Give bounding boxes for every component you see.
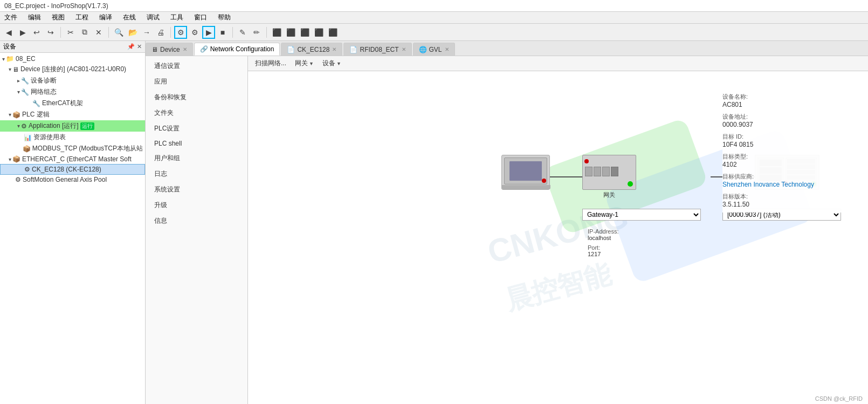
tree-toggle-ethercat[interactable]: ▾ bbox=[9, 156, 11, 162]
toolbar-btn-15[interactable]: ⚙ bbox=[188, 26, 201, 39]
tab-close-rfid-tab[interactable]: ✕ bbox=[402, 46, 406, 52]
tab-ck-ec128-tab[interactable]: 📄CK_EC128✕ bbox=[281, 43, 342, 56]
toolbar-btn-12[interactable]: 🖨 bbox=[154, 26, 167, 39]
panel-pin-btn[interactable]: 📌 bbox=[127, 43, 135, 50]
scan-network-btn[interactable]: 扫描网络... bbox=[252, 58, 289, 69]
network-toolbar: 扫描网络... 网关 ▼ 设备 ▼ bbox=[248, 56, 868, 71]
sidebar-item-comm[interactable]: 通信设置 bbox=[146, 58, 247, 74]
gateway-node[interactable]: 网关 bbox=[582, 155, 636, 199]
tab-label-network-tab: Network Configuration bbox=[210, 45, 274, 53]
vendor-value: Shenzhen Inovance Technology bbox=[722, 181, 863, 188]
tree-item-ethercat[interactable]: ▾📦ETHERCAT_C (EtherCAT Master Soft bbox=[0, 154, 145, 164]
menu-item-编译[interactable]: 编译 bbox=[97, 13, 114, 22]
toolbar-btn-22[interactable]: ⬛ bbox=[270, 26, 283, 39]
tree-label-plc: PLC 逻辑 bbox=[22, 110, 50, 119]
tree-toggle-root[interactable]: ▾ bbox=[2, 56, 5, 62]
tree-item-resources[interactable]: 📊资源使用表 bbox=[0, 132, 145, 143]
menu-item-在线[interactable]: 在线 bbox=[121, 13, 138, 22]
toolbar-btn-10[interactable]: 📂 bbox=[126, 26, 139, 39]
tree-item-device[interactable]: ▾🖥Device [连接的] (AC801-0221-U0R0) bbox=[0, 64, 145, 75]
target-type-value: 4102 bbox=[722, 161, 863, 168]
sidebar-item-sys-settings[interactable]: 系统设置 bbox=[146, 182, 247, 197]
gateway-body bbox=[582, 155, 636, 190]
ip-value: localhost bbox=[588, 235, 611, 241]
menu-item-工具[interactable]: 工具 bbox=[168, 13, 185, 22]
content-area: 通信设置应用备份和恢复文件夹PLC设置PLC shell用户和组日志系统设置升级… bbox=[146, 56, 868, 404]
tab-gvl-tab[interactable]: 🌐GVL✕ bbox=[413, 43, 455, 56]
toolbar-btn-24[interactable]: ⬛ bbox=[298, 26, 311, 39]
sidebar-item-plc-shell[interactable]: PLC shell bbox=[146, 136, 247, 150]
tab-label-ck-ec128-tab: CK_EC128 bbox=[297, 46, 329, 53]
sidebar-item-info[interactable]: 信息 bbox=[146, 213, 247, 229]
menu-item-编辑[interactable]: 编辑 bbox=[26, 13, 43, 22]
tree-item-root[interactable]: ▾📁08_EC bbox=[0, 54, 145, 64]
tab-device-tab[interactable]: 🖥Device✕ bbox=[146, 43, 193, 56]
toolbar-btn-9[interactable]: 🔍 bbox=[112, 26, 125, 39]
tab-close-ck-ec128-tab[interactable]: ✕ bbox=[332, 46, 336, 52]
menu-item-视图[interactable]: 视图 bbox=[50, 13, 67, 22]
port-label-row: Port: bbox=[588, 244, 618, 251]
tree-toggle-plc[interactable]: ▾ bbox=[9, 112, 11, 118]
sidebar-item-folder[interactable]: 文件夹 bbox=[146, 105, 247, 121]
tab-network-tab[interactable]: 🔗Network Configuration bbox=[194, 43, 280, 56]
toolbar-btn-25[interactable]: ⬛ bbox=[312, 26, 325, 39]
gateway-dropdown-btn[interactable]: 网关 ▼ bbox=[292, 58, 316, 69]
device-dropdown-btn[interactable]: 设备 ▼ bbox=[320, 58, 344, 69]
sidebar-item-log[interactable]: 日志 bbox=[146, 166, 247, 182]
tree-item-app[interactable]: ▾⚙Application [运行]运行 bbox=[0, 120, 145, 132]
toolbar-btn-20[interactable]: ✏ bbox=[250, 26, 263, 39]
toolbar-btn-0[interactable]: ◀ bbox=[2, 26, 15, 39]
tree-item-ck-ec128[interactable]: ⚙CK_EC128 (CK-EC128) bbox=[0, 164, 145, 175]
toolbar-btn-26[interactable]: ⬛ bbox=[326, 26, 339, 39]
tab-rfid-tab[interactable]: 📄RFID08_ECT✕ bbox=[343, 43, 411, 56]
toolbar-btn-2[interactable]: ↩ bbox=[30, 26, 43, 39]
tab-close-gvl-tab[interactable]: ✕ bbox=[445, 46, 449, 52]
gateway-indicator-green bbox=[628, 181, 633, 187]
sidebar-item-users[interactable]: 用户和组 bbox=[146, 150, 247, 166]
sidebar-item-app-menu[interactable]: 应用 bbox=[146, 74, 247, 90]
menu-item-窗口[interactable]: 窗口 bbox=[192, 13, 209, 22]
computer-node[interactable] bbox=[501, 155, 550, 190]
sidebar-item-upgrade[interactable]: 升级 bbox=[146, 197, 247, 213]
tree-toggle-device[interactable]: ▾ bbox=[9, 66, 11, 72]
menu-item-文件[interactable]: 文件 bbox=[2, 13, 19, 22]
tree-label-app: Application [运行] bbox=[29, 121, 79, 131]
toolbar-btn-3[interactable]: ↪ bbox=[44, 26, 57, 39]
toolbar-btn-1[interactable]: ▶ bbox=[16, 26, 29, 39]
toolbar-btn-7[interactable]: ✕ bbox=[92, 26, 105, 39]
tab-icon-network-tab: 🔗 bbox=[200, 45, 208, 53]
toolbar-btn-23[interactable]: ⬛ bbox=[284, 26, 297, 39]
panel-close-btn[interactable]: ✕ bbox=[137, 43, 142, 50]
tree-item-ethercat-hw[interactable]: 🔧EtherCAT机架 bbox=[0, 98, 145, 109]
tree-toggle-app[interactable]: ▾ bbox=[17, 123, 20, 129]
version-row: 目标版本: 3.5.11.50 bbox=[722, 193, 863, 208]
toolbar-btn-11[interactable]: → bbox=[140, 26, 153, 39]
toolbar-btn-6[interactable]: ⧉ bbox=[78, 26, 91, 39]
tree-label-netstate: 网络组态 bbox=[31, 87, 57, 97]
ip-value-row: localhost bbox=[588, 235, 618, 241]
gateway-info-panel: IP-Address: localhost Port: 1217 bbox=[582, 225, 624, 261]
gateway-select[interactable]: Gateway-1 bbox=[582, 209, 701, 221]
menu-item-帮助[interactable]: 帮助 bbox=[216, 13, 233, 22]
tab-bar: 🖥Device✕🔗Network Configuration📄CK_EC128✕… bbox=[146, 41, 868, 56]
running-badge-app: 运行 bbox=[80, 122, 94, 130]
tree-item-diag[interactable]: ▸🔧设备诊断 bbox=[0, 75, 145, 86]
toolbar-btn-5[interactable]: ✂ bbox=[64, 26, 77, 39]
tree-item-plc[interactable]: ▾📦PLC 逻辑 bbox=[0, 109, 145, 120]
sidebar-item-backup[interactable]: 备份和恢复 bbox=[146, 90, 247, 105]
device-dropdown-arrow: ▼ bbox=[336, 61, 341, 66]
vendor-row: 目标供应商: Shenzhen Inovance Technology bbox=[722, 173, 863, 188]
toolbar-btn-14[interactable]: ⚙ bbox=[174, 26, 187, 39]
toolbar-btn-19[interactable]: ✎ bbox=[236, 26, 249, 39]
sidebar-item-plc-settings[interactable]: PLC设置 bbox=[146, 121, 247, 136]
toolbar-btn-16[interactable]: ▶ bbox=[202, 26, 215, 39]
menu-item-调试[interactable]: 调试 bbox=[144, 13, 162, 22]
tab-close-device-tab[interactable]: ✕ bbox=[183, 46, 187, 52]
tree-item-netstate[interactable]: ▾🔧网络组态 bbox=[0, 86, 145, 98]
toolbar-btn-17[interactable]: ■ bbox=[216, 26, 229, 39]
tree-item-softmotion[interactable]: ⚙SoftMotion General Axis Pool bbox=[0, 175, 145, 184]
tree-toggle-diag[interactable]: ▸ bbox=[17, 78, 20, 84]
tree-toggle-netstate[interactable]: ▾ bbox=[17, 89, 20, 95]
tree-item-modbus[interactable]: 📦MODBUS_TCP (ModbusTCP本地从站 bbox=[0, 143, 145, 154]
menu-item-工程[interactable]: 工程 bbox=[73, 13, 91, 22]
